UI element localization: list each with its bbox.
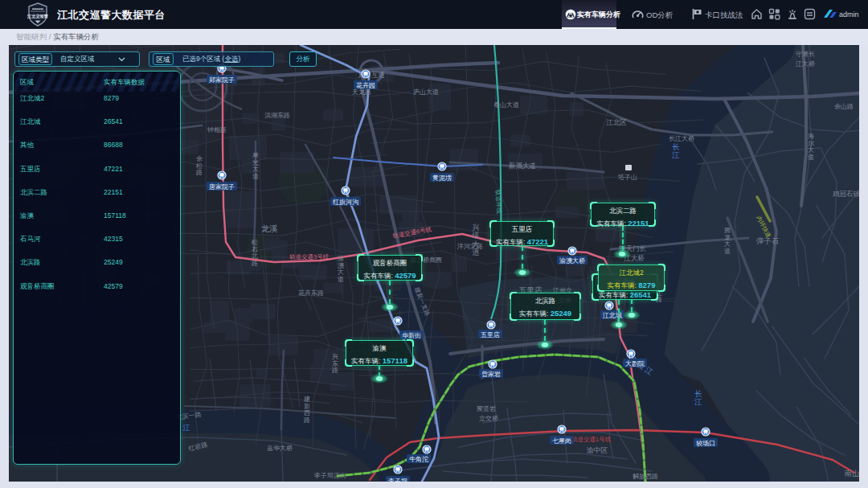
svg-text:嘉华大桥: 嘉华大桥: [267, 445, 293, 452]
svg-text:路: 路: [332, 367, 338, 374]
svg-text:道: 道: [338, 276, 344, 283]
svg-text:洪湖东路: 洪湖东路: [264, 112, 290, 119]
svg-text:泰山大道: 泰山大道: [493, 101, 519, 109]
svg-text:庐山大道: 庐山大道: [413, 88, 439, 96]
svg-text:龙溪: 龙溪: [261, 223, 279, 233]
svg-text:聚贤岩: 聚贤岩: [477, 405, 496, 412]
svg-text:塔子山: 塔子山: [617, 174, 637, 181]
svg-text:轨道交通3号线: 轨道交通3号线: [289, 253, 330, 260]
svg-text:大剧院: 大剧院: [625, 360, 645, 367]
svg-text:余山路: 余山路: [834, 103, 854, 110]
svg-text:解放西路: 解放西路: [633, 473, 658, 480]
svg-text:牛角沱: 牛角沱: [409, 456, 428, 463]
svg-text:道: 道: [472, 248, 480, 256]
svg-text:钟相路: 钟相路: [207, 126, 227, 133]
svg-text:轨道交通1号线: 轨道交通1号线: [571, 436, 612, 443]
svg-text:七星岗: 七星岗: [552, 437, 571, 445]
svg-text:红旗河沟: 红旗河沟: [333, 199, 358, 206]
svg-text:郑家院子: 郑家院子: [209, 76, 235, 84]
svg-text:五里店: 五里店: [481, 331, 500, 338]
svg-text:路: 路: [304, 416, 310, 424]
svg-text:天龙路: 天龙路: [352, 88, 371, 96]
svg-text:渝澳大桥: 渝澳大桥: [559, 257, 585, 265]
svg-text:长江大桥: 长江大桥: [669, 135, 694, 142]
svg-text:华新街: 华新街: [402, 332, 421, 339]
svg-text:唐家院子: 唐家院子: [209, 183, 235, 191]
svg-text:江大桥: 江大桥: [795, 60, 815, 68]
svg-text:道: 道: [252, 173, 259, 180]
svg-text:渝中区: 渝中区: [587, 446, 608, 454]
svg-text:道: 道: [808, 154, 814, 161]
svg-text:曾家岩: 曾家岩: [481, 371, 501, 378]
svg-text:道: 道: [724, 248, 731, 255]
svg-text:鸡冠石镇: 鸡冠石镇: [832, 190, 859, 198]
svg-text:江: 江: [671, 150, 680, 159]
svg-text:花卉东路: 花卉东路: [298, 289, 324, 297]
svg-text:花卉园: 花卉园: [356, 82, 375, 89]
svg-text:李子坝: 李子坝: [387, 478, 407, 482]
svg-text:南山: 南山: [845, 469, 860, 478]
svg-text:黄泥塝: 黄泥塝: [432, 174, 452, 182]
svg-text:江: 江: [183, 424, 190, 432]
svg-text:江北交巡警: 江北交巡警: [27, 14, 49, 19]
svg-text:江北区: 江北区: [606, 118, 627, 126]
svg-text:李子坝正街: 李子坝正街: [313, 472, 346, 479]
svg-text:弹子石: 弹子石: [756, 236, 780, 245]
svg-text:轨道环线: 轨道环线: [494, 190, 503, 215]
svg-text:路: 路: [252, 260, 258, 267]
svg-text:立交桥: 立交桥: [479, 415, 498, 422]
svg-text:路: 路: [196, 169, 203, 176]
svg-text:守滩长: 守滩长: [796, 51, 815, 58]
svg-text:较场口: 较场口: [696, 440, 715, 447]
svg-text:江: 江: [694, 397, 702, 406]
svg-text:新溉大道: 新溉大道: [509, 162, 536, 170]
